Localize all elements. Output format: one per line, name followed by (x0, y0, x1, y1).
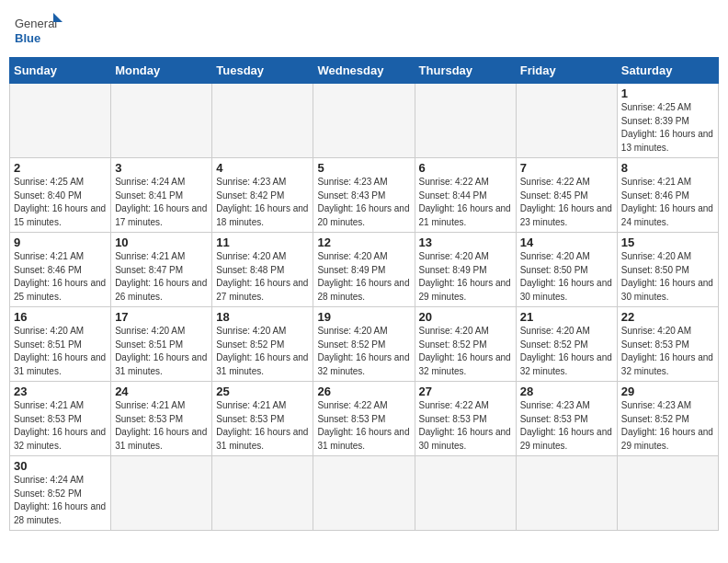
calendar-cell: 11Sunrise: 4:20 AM Sunset: 8:48 PM Dayli… (212, 233, 313, 307)
calendar-cell: 27Sunrise: 4:22 AM Sunset: 8:53 PM Dayli… (415, 382, 516, 456)
calendar-cell: 19Sunrise: 4:20 AM Sunset: 8:52 PM Dayli… (313, 307, 415, 382)
calendar-cell: 29Sunrise: 4:23 AM Sunset: 8:52 PM Dayli… (617, 382, 718, 456)
day-number: 17 (115, 310, 208, 324)
day-number: 22 (621, 310, 714, 324)
day-header-monday: Monday (111, 58, 212, 84)
day-info: Sunrise: 4:22 AM Sunset: 8:53 PM Dayligh… (317, 399, 410, 453)
day-number: 24 (115, 385, 208, 398)
calendar-cell (111, 84, 212, 158)
day-info: Sunrise: 4:21 AM Sunset: 8:53 PM Dayligh… (14, 399, 107, 453)
day-number: 9 (14, 236, 107, 249)
calendar-cell: 28Sunrise: 4:23 AM Sunset: 8:53 PM Dayli… (516, 382, 617, 456)
calendar-cell (415, 84, 516, 158)
calendar-cell: 18Sunrise: 4:20 AM Sunset: 8:52 PM Dayli… (212, 307, 313, 382)
day-number: 20 (419, 310, 512, 324)
calendar-week-row: 16Sunrise: 4:20 AM Sunset: 8:51 PM Dayli… (10, 307, 719, 382)
day-number: 2 (14, 161, 107, 175)
day-number: 21 (520, 310, 613, 324)
day-info: Sunrise: 4:20 AM Sunset: 8:52 PM Dayligh… (216, 325, 309, 378)
day-info: Sunrise: 4:20 AM Sunset: 8:52 PM Dayligh… (520, 325, 613, 378)
calendar-cell: 17Sunrise: 4:20 AM Sunset: 8:51 PM Dayli… (111, 307, 212, 382)
day-info: Sunrise: 4:20 AM Sunset: 8:50 PM Dayligh… (520, 250, 613, 304)
day-info: Sunrise: 4:22 AM Sunset: 8:44 PM Dayligh… (419, 176, 512, 229)
page-header: General Blue (9, 9, 719, 53)
day-header-friday: Friday (516, 58, 617, 84)
day-info: Sunrise: 4:20 AM Sunset: 8:49 PM Dayligh… (419, 250, 512, 304)
day-info: Sunrise: 4:25 AM Sunset: 8:39 PM Dayligh… (621, 101, 714, 155)
calendar-cell: 14Sunrise: 4:20 AM Sunset: 8:50 PM Dayli… (516, 233, 617, 307)
calendar-cell: 22Sunrise: 4:20 AM Sunset: 8:53 PM Dayli… (617, 307, 718, 382)
calendar-cell: 2Sunrise: 4:25 AM Sunset: 8:40 PM Daylig… (10, 158, 111, 233)
day-info: Sunrise: 4:24 AM Sunset: 8:41 PM Dayligh… (115, 176, 208, 229)
day-info: Sunrise: 4:23 AM Sunset: 8:42 PM Dayligh… (216, 176, 309, 229)
day-header-wednesday: Wednesday (313, 58, 415, 84)
svg-text:General: General (15, 17, 57, 30)
calendar-cell: 13Sunrise: 4:20 AM Sunset: 8:49 PM Dayli… (415, 233, 516, 307)
calendar-cell (10, 84, 111, 158)
day-number: 18 (216, 310, 309, 324)
calendar-cell: 20Sunrise: 4:20 AM Sunset: 8:52 PM Dayli… (415, 307, 516, 382)
calendar-week-row: 1Sunrise: 4:25 AM Sunset: 8:39 PM Daylig… (10, 84, 719, 158)
calendar-cell (516, 84, 617, 158)
calendar-cell (212, 456, 313, 531)
calendar-cell: 1Sunrise: 4:25 AM Sunset: 8:39 PM Daylig… (617, 84, 718, 158)
calendar-cell: 5Sunrise: 4:23 AM Sunset: 8:43 PM Daylig… (313, 158, 415, 233)
day-header-thursday: Thursday (415, 58, 516, 84)
calendar-cell: 30Sunrise: 4:24 AM Sunset: 8:52 PM Dayli… (10, 456, 111, 531)
day-info: Sunrise: 4:24 AM Sunset: 8:52 PM Dayligh… (14, 474, 107, 527)
day-number: 13 (419, 236, 512, 249)
day-info: Sunrise: 4:20 AM Sunset: 8:51 PM Dayligh… (14, 325, 107, 378)
day-info: Sunrise: 4:20 AM Sunset: 8:50 PM Dayligh… (621, 250, 714, 304)
svg-marker-2 (53, 13, 63, 22)
day-number: 5 (317, 161, 410, 175)
day-number: 29 (621, 385, 714, 398)
day-info: Sunrise: 4:21 AM Sunset: 8:53 PM Dayligh… (115, 399, 208, 453)
day-info: Sunrise: 4:20 AM Sunset: 8:52 PM Dayligh… (419, 325, 512, 378)
day-number: 23 (14, 385, 107, 398)
day-info: Sunrise: 4:20 AM Sunset: 8:48 PM Dayligh… (216, 250, 309, 304)
calendar-cell (617, 456, 718, 531)
calendar-cell (212, 84, 313, 158)
calendar-cell: 24Sunrise: 4:21 AM Sunset: 8:53 PM Dayli… (111, 382, 212, 456)
day-info: Sunrise: 4:20 AM Sunset: 8:49 PM Dayligh… (317, 250, 410, 304)
day-info: Sunrise: 4:23 AM Sunset: 8:53 PM Dayligh… (520, 399, 613, 453)
calendar-cell: 6Sunrise: 4:22 AM Sunset: 8:44 PM Daylig… (415, 158, 516, 233)
calendar-cell (313, 456, 415, 531)
calendar-cell: 21Sunrise: 4:20 AM Sunset: 8:52 PM Dayli… (516, 307, 617, 382)
day-info: Sunrise: 4:21 AM Sunset: 8:47 PM Dayligh… (115, 250, 208, 304)
calendar-cell (516, 456, 617, 531)
day-number: 27 (419, 385, 512, 398)
calendar-cell: 8Sunrise: 4:21 AM Sunset: 8:46 PM Daylig… (617, 158, 718, 233)
day-number: 3 (115, 161, 208, 175)
day-info: Sunrise: 4:21 AM Sunset: 8:46 PM Dayligh… (621, 176, 714, 229)
calendar-cell: 12Sunrise: 4:20 AM Sunset: 8:49 PM Dayli… (313, 233, 415, 307)
calendar-cell: 23Sunrise: 4:21 AM Sunset: 8:53 PM Dayli… (10, 382, 111, 456)
calendar-cell (111, 456, 212, 531)
calendar-cell: 26Sunrise: 4:22 AM Sunset: 8:53 PM Dayli… (313, 382, 415, 456)
calendar-cell: 3Sunrise: 4:24 AM Sunset: 8:41 PM Daylig… (111, 158, 212, 233)
day-number: 19 (317, 310, 410, 324)
calendar-cell (415, 456, 516, 531)
day-number: 10 (115, 236, 208, 249)
day-number: 15 (621, 236, 714, 249)
day-number: 6 (419, 161, 512, 175)
day-info: Sunrise: 4:22 AM Sunset: 8:53 PM Dayligh… (419, 399, 512, 453)
day-info: Sunrise: 4:22 AM Sunset: 8:45 PM Dayligh… (520, 176, 613, 229)
day-number: 25 (216, 385, 309, 398)
calendar-week-row: 2Sunrise: 4:25 AM Sunset: 8:40 PM Daylig… (10, 158, 719, 233)
day-number: 28 (520, 385, 613, 398)
day-number: 1 (621, 86, 714, 100)
day-info: Sunrise: 4:20 AM Sunset: 8:51 PM Dayligh… (115, 325, 208, 378)
calendar-cell: 4Sunrise: 4:23 AM Sunset: 8:42 PM Daylig… (212, 158, 313, 233)
day-info: Sunrise: 4:23 AM Sunset: 8:43 PM Dayligh… (317, 176, 410, 229)
day-number: 7 (520, 161, 613, 175)
day-number: 16 (14, 310, 107, 324)
day-info: Sunrise: 4:23 AM Sunset: 8:52 PM Dayligh… (621, 399, 714, 453)
day-info: Sunrise: 4:20 AM Sunset: 8:52 PM Dayligh… (317, 325, 410, 378)
calendar-header-row: SundayMondayTuesdayWednesdayThursdayFrid… (10, 58, 719, 84)
calendar-cell (313, 84, 415, 158)
calendar-cell: 16Sunrise: 4:20 AM Sunset: 8:51 PM Dayli… (10, 307, 111, 382)
day-header-tuesday: Tuesday (212, 58, 313, 84)
day-number: 14 (520, 236, 613, 249)
calendar-week-row: 30Sunrise: 4:24 AM Sunset: 8:52 PM Dayli… (10, 456, 719, 531)
